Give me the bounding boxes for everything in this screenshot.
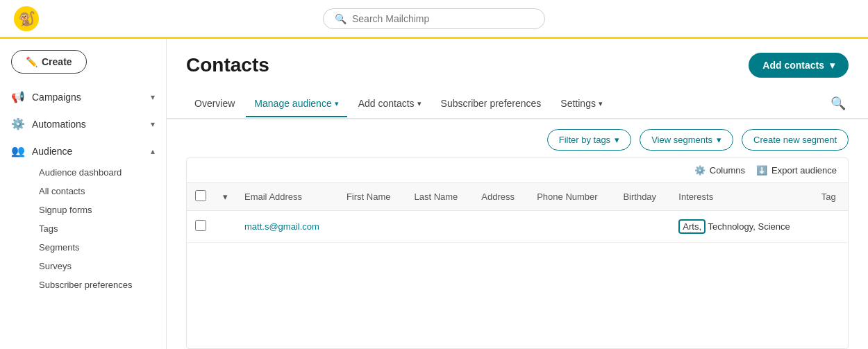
contacts-toolbar: Filter by tags ▾ View segments ▾ Create … (167, 119, 868, 158)
campaigns-chevron-icon: ▾ (151, 92, 155, 102)
search-input[interactable] (352, 13, 533, 24)
add-contacts-chevron-icon: ▾ (830, 60, 835, 71)
address-cell (473, 211, 528, 243)
settings-chevron-icon: ▾ (599, 99, 603, 108)
interests-header: Interests (670, 183, 813, 211)
row-dropdown-icon: ▾ (223, 191, 228, 202)
tag-cell (813, 211, 848, 243)
sidebar-item-segments[interactable]: Segments (11, 238, 166, 257)
audience-label: Audience (32, 146, 72, 157)
email-cell[interactable]: matt.s@gmail.com (236, 211, 338, 243)
row-dropdown-cell (215, 211, 236, 243)
view-segments-button[interactable]: View segments ▾ (640, 129, 733, 151)
tab-settings-label: Settings (560, 98, 596, 109)
tag-header: Tag (813, 183, 848, 211)
row-checkbox[interactable] (195, 220, 206, 231)
audience-icon: 👥 (11, 144, 25, 158)
tab-navigation: Overview Manage audience ▾ Add contacts … (167, 89, 868, 119)
contacts-table-area: ⚙️ Columns ⬇️ Export audience ▾ (186, 158, 849, 349)
columns-gear-icon: ⚙️ (694, 165, 706, 176)
tab-add-contacts-label: Add contacts (358, 98, 415, 109)
audience-chevron-icon: ▴ (151, 146, 155, 156)
interests-highlight: Arts, (678, 219, 706, 234)
add-contacts-label: Add contacts (762, 60, 824, 71)
tab-overview-label: Overview (194, 98, 235, 109)
nav-section-audience: 👥 Audience ▴ Audience dashboard All cont… (0, 139, 166, 294)
nav-section-automations: ⚙️ Automations ▾ (0, 112, 166, 136)
tab-settings[interactable]: Settings ▾ (552, 91, 611, 117)
tab-subscriber-preferences-label: Subscriber preferences (441, 98, 542, 109)
first-name-cell (338, 211, 406, 243)
email-link[interactable]: matt.s@gmail.com (244, 221, 319, 232)
automations-label: Automations (32, 119, 86, 130)
birthday-header: Birthday (615, 183, 670, 211)
export-label: Export audience (771, 165, 837, 176)
mailchimp-logo-icon: 🐒 (14, 6, 39, 31)
search-bar[interactable]: 🔍 (323, 8, 545, 29)
first-name-header: First Name (338, 183, 406, 211)
sidebar-item-subscriber-preferences[interactable]: Subscriber preferences (11, 275, 166, 294)
contacts-table: ▾ Email Address First Name Last Name Add… (187, 183, 848, 243)
sidebar-item-surveys[interactable]: Surveys (11, 257, 166, 275)
export-audience-button[interactable]: ⬇️ Export audience (756, 165, 837, 176)
tab-subscriber-preferences[interactable]: Subscriber preferences (433, 91, 550, 117)
manage-audience-chevron-icon: ▾ (335, 99, 339, 108)
export-icon: ⬇️ (756, 165, 767, 176)
tab-manage-audience[interactable]: Manage audience ▾ (246, 91, 347, 117)
view-segments-label: View segments (651, 135, 712, 145)
tab-overview[interactable]: Overview (186, 91, 243, 117)
select-all-cell[interactable] (187, 183, 215, 211)
filter-tags-chevron-icon: ▾ (615, 135, 619, 145)
create-label: Create (42, 56, 72, 67)
add-contacts-button[interactable]: Add contacts ▾ (749, 53, 849, 78)
phone-cell (528, 211, 615, 243)
campaigns-icon: 📢 (11, 90, 25, 103)
sidebar-item-all-contacts[interactable]: All contacts (11, 182, 166, 201)
campaigns-label: Campaigns (32, 92, 81, 103)
filter-by-tags-button[interactable]: Filter by tags ▾ (547, 129, 631, 151)
main-content: Contacts Add contacts ▾ Overview Manage … (167, 39, 868, 349)
birthday-cell (615, 211, 670, 243)
row-dropdown-header: ▾ (215, 183, 236, 211)
logo[interactable]: 🐒 (14, 6, 39, 31)
audience-sub-items: Audience dashboard All contacts Signup f… (0, 163, 166, 294)
view-segments-chevron-icon: ▾ (717, 135, 721, 145)
interests-rest: Technology, Science (708, 221, 790, 232)
add-contacts-chevron-icon: ▾ (417, 99, 422, 108)
create-button[interactable]: ✏️ Create (11, 50, 87, 74)
create-new-segment-button[interactable]: Create new segment (742, 129, 849, 151)
last-name-cell (406, 211, 473, 243)
tab-manage-audience-label: Manage audience (254, 98, 331, 109)
filter-by-tags-label: Filter by tags (559, 135, 610, 145)
page-header: Contacts Add contacts ▾ (167, 39, 868, 89)
sidebar-item-campaigns[interactable]: 📢 Campaigns ▾ (0, 85, 166, 109)
automations-chevron-icon: ▾ (151, 119, 155, 129)
pencil-icon: ✏️ (26, 56, 37, 67)
main-layout: ✏️ Create 📢 Campaigns ▾ ⚙️ Automations ▾ (0, 39, 868, 349)
nav-section-campaigns: 📢 Campaigns ▾ (0, 85, 166, 109)
sidebar-item-audience-dashboard[interactable]: Audience dashboard (11, 163, 166, 182)
sidebar: ✏️ Create 📢 Campaigns ▾ ⚙️ Automations ▾ (0, 39, 167, 349)
sidebar-item-automations[interactable]: ⚙️ Automations ▾ (0, 112, 166, 136)
columns-button[interactable]: ⚙️ Columns (694, 165, 745, 176)
page-title: Contacts (186, 54, 269, 76)
table-header-row: ▾ Email Address First Name Last Name Add… (187, 183, 848, 211)
search-icon: 🔍 (335, 13, 347, 24)
select-all-checkbox[interactable] (195, 190, 206, 201)
last-name-header: Last Name (406, 183, 473, 211)
address-header: Address (473, 183, 528, 211)
sidebar-item-signup-forms[interactable]: Signup forms (11, 201, 166, 219)
tab-add-contacts[interactable]: Add contacts ▾ (350, 91, 430, 117)
row-checkbox-cell[interactable] (187, 211, 215, 243)
table-actions-bar: ⚙️ Columns ⬇️ Export audience (187, 158, 848, 183)
phone-number-header: Phone Number (528, 183, 615, 211)
tab-search-icon[interactable]: 🔍 (828, 89, 849, 118)
automations-icon: ⚙️ (11, 117, 25, 130)
interests-cell: Arts, Technology, Science (670, 211, 813, 243)
create-new-segment-label: Create new segment (753, 135, 837, 145)
email-address-header: Email Address (236, 183, 338, 211)
columns-label: Columns (710, 165, 745, 176)
sidebar-item-audience[interactable]: 👥 Audience ▴ (0, 139, 166, 163)
top-bar: 🐒 🔍 (0, 0, 868, 39)
sidebar-item-tags[interactable]: Tags (11, 219, 166, 238)
